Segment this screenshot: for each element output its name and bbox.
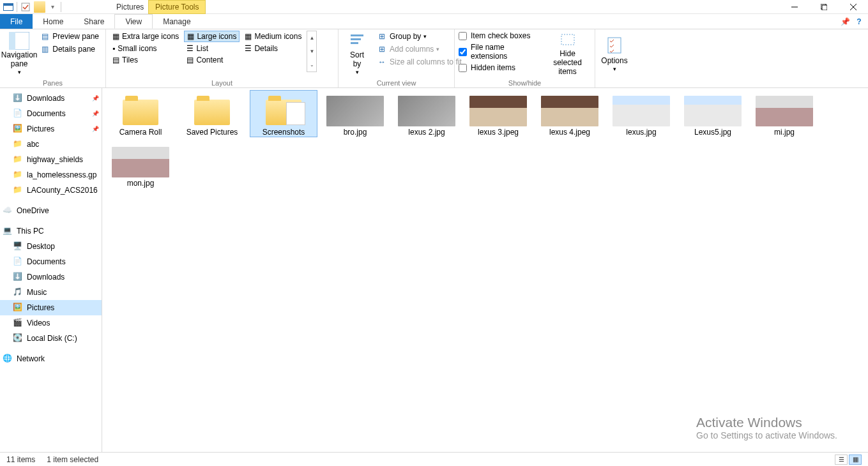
item-count: 11 items <box>6 455 35 464</box>
tab-file[interactable]: File <box>0 14 33 29</box>
file-item[interactable]: lexus 3.jpeg <box>465 91 531 137</box>
navigation-pane-icon <box>9 32 29 50</box>
nav-lacounty[interactable]: 📁LACounty_ACS2016 <box>0 183 102 198</box>
file-label: lexus 3.jpeg <box>478 128 519 137</box>
file-item[interactable]: mi.jpg <box>751 91 818 137</box>
nav-onedrive[interactable]: ☁️OneDrive <box>0 203 102 218</box>
hide-icon <box>558 31 578 49</box>
options-button[interactable]: Options▾ <box>599 31 630 77</box>
nav-downloads[interactable]: ⬇️Downloads📌 <box>0 91 102 106</box>
download-icon: ⬇️ <box>13 93 23 103</box>
content-icon: ▤ <box>187 56 194 64</box>
navigation-pane-button[interactable]: Navigation pane▾ <box>4 31 34 77</box>
nav-pictures2[interactable]: 🖼️Pictures <box>0 300 102 315</box>
file-item[interactable]: mon.jpg <box>107 142 174 188</box>
help-icon[interactable]: ? <box>853 15 865 28</box>
content-button[interactable]: ▤Content <box>184 55 240 65</box>
pin-icon: 📌 <box>92 126 99 132</box>
qat-dropdown-icon[interactable]: ▾ <box>47 1 58 13</box>
details-pane-button[interactable]: ▥Details pane <box>37 43 102 55</box>
size-cols-icon: ↔ <box>377 57 387 67</box>
add-columns-button: ⊞Add columns▾ <box>374 43 464 55</box>
window-controls <box>780 0 868 14</box>
folder-icon: 📁 <box>13 185 23 195</box>
tiles-icon: ▤ <box>112 56 119 64</box>
file-label: Screenshots <box>263 128 305 137</box>
file-label: bro.jpg <box>344 128 367 137</box>
file-item[interactable]: lexus.jpg <box>608 91 674 137</box>
content-pane[interactable]: Camera RollSaved PicturesScreenshotsbro.… <box>102 88 868 452</box>
tab-share[interactable]: Share <box>73 14 114 29</box>
file-item[interactable]: bro.jpg <box>322 91 388 137</box>
layout-down-button[interactable]: ▼ <box>307 45 316 58</box>
tiles-button[interactable]: ▤Tiles <box>110 55 181 65</box>
folder-icon <box>34 1 45 13</box>
file-item[interactable]: lexus 4.jpeg <box>537 91 603 137</box>
tab-view[interactable]: View <box>114 14 153 29</box>
nav-music[interactable]: 🎵Music <box>0 285 102 300</box>
file-label: Lexus5.jpg <box>694 128 731 137</box>
nav-documents2[interactable]: 📄Documents <box>0 254 102 269</box>
nav-desktop[interactable]: 🖥️Desktop <box>0 239 102 254</box>
small-icons-button[interactable]: ▪Small icons <box>110 43 181 54</box>
nav-videos[interactable]: 🎬Videos <box>0 315 102 331</box>
nav-la-homelessness[interactable]: 📁la_homelessness.gp <box>0 167 102 183</box>
layout-up-button[interactable]: ▲ <box>307 31 316 45</box>
nav-documents[interactable]: 📄Documents📌 <box>0 106 102 121</box>
tab-home[interactable]: Home <box>33 14 73 29</box>
details-view-button[interactable]: ☰Details <box>242 43 304 54</box>
file-label: lexus.jpg <box>626 128 656 137</box>
file-extensions-toggle[interactable]: File name extensions <box>459 42 542 61</box>
pin-icon: 📌 <box>92 95 99 101</box>
titlebar: ▾ Picture Tools Pictures <box>0 0 868 14</box>
folder-icon: 📁 <box>13 170 23 180</box>
medium-icons-icon: ▦ <box>245 32 252 41</box>
nav-this-pc[interactable]: 💻This PC <box>0 223 102 239</box>
ribbon: Navigation pane▾ ▤Preview pane ▥Details … <box>0 29 868 88</box>
nav-downloads2[interactable]: ⬇️Downloads <box>0 269 102 285</box>
large-icons-button[interactable]: ▦Large icons <box>184 31 240 42</box>
pc-icon: 💻 <box>3 226 13 236</box>
minimize-button[interactable] <box>780 0 809 14</box>
svg-rect-14 <box>561 34 574 45</box>
nav-highway[interactable]: 📁highway_shields <box>0 152 102 167</box>
xl-icons-icon: ▦ <box>112 32 119 41</box>
file-item[interactable]: Saved Pictures <box>179 91 245 137</box>
layout-more-button[interactable]: ⌄ <box>307 58 316 71</box>
svg-rect-10 <box>9 32 15 50</box>
list-button[interactable]: ☰List <box>184 43 240 54</box>
picture-tools-tab[interactable]: Picture Tools <box>148 0 206 14</box>
hide-selected-button[interactable]: Hide selected items <box>544 31 591 77</box>
item-checkboxes-toggle[interactable]: Item check boxes <box>459 31 542 41</box>
separator <box>61 2 61 12</box>
details-view-switch[interactable]: ☰ <box>835 455 848 465</box>
image-thumb <box>756 96 813 126</box>
hidden-items-toggle[interactable]: Hidden items <box>459 63 542 73</box>
group-by-button[interactable]: ⊞Group by▾ <box>374 31 464 42</box>
extra-large-icons-button[interactable]: ▦Extra large icons <box>110 31 181 42</box>
nav-network[interactable]: 🌐Network <box>0 351 102 366</box>
file-item[interactable]: Screenshots <box>250 91 317 137</box>
preview-pane-icon: ▤ <box>40 31 50 41</box>
file-item[interactable]: Camera Roll <box>107 91 174 137</box>
pictures-icon: 🖼️ <box>13 124 23 134</box>
tab-manage[interactable]: Manage <box>153 14 201 29</box>
pictures-icon: 🖼️ <box>13 303 23 313</box>
properties-icon[interactable] <box>20 1 31 13</box>
file-item[interactable]: lexus 2.jpg <box>393 91 460 137</box>
minimize-ribbon-icon[interactable]: 📌 <box>839 15 851 28</box>
sort-by-button[interactable]: Sort by▾ <box>342 31 372 77</box>
maximize-button[interactable] <box>809 0 839 14</box>
nav-abc[interactable]: 📁abc <box>0 137 102 152</box>
file-item[interactable]: Lexus5.jpg <box>680 91 746 137</box>
preview-pane-button[interactable]: ▤Preview pane <box>37 31 102 42</box>
nav-pictures[interactable]: 🖼️Pictures📌 <box>0 121 102 137</box>
add-cols-icon: ⊞ <box>377 44 387 54</box>
svg-rect-6 <box>822 5 827 10</box>
close-button[interactable] <box>839 0 868 14</box>
app-icon[interactable] <box>3 1 14 13</box>
onedrive-icon: ☁️ <box>3 206 13 216</box>
icons-view-switch[interactable]: ▦ <box>849 455 862 465</box>
medium-icons-button[interactable]: ▦Medium icons <box>242 31 304 42</box>
nav-localdisk[interactable]: 💽Local Disk (C:) <box>0 331 102 346</box>
